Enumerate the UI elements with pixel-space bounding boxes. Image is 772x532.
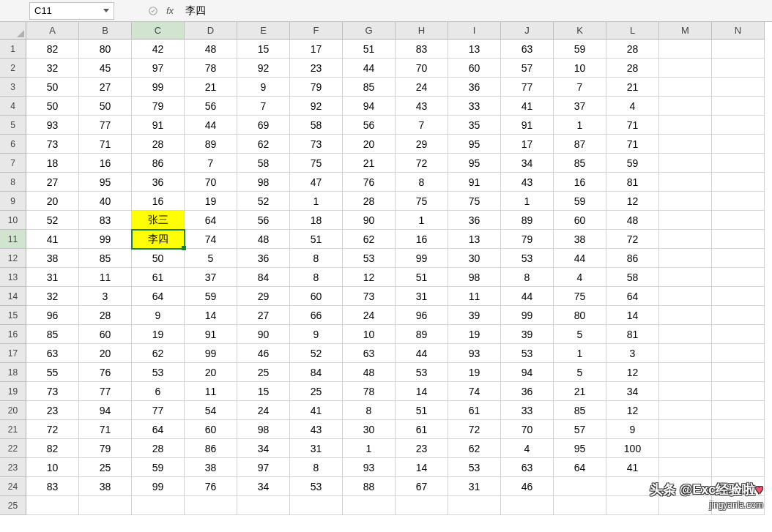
cell-K13[interactable]: 4 <box>554 268 606 287</box>
cell-N10[interactable] <box>712 211 765 230</box>
row-header-9[interactable]: 9 <box>0 192 26 211</box>
cell-G15[interactable]: 24 <box>343 306 396 325</box>
column-header-A[interactable]: A <box>26 22 79 40</box>
cell-N18[interactable] <box>712 363 765 382</box>
cell-N14[interactable] <box>712 287 765 306</box>
cell-C1[interactable]: 42 <box>132 40 185 59</box>
cell-D4[interactable]: 56 <box>185 97 237 116</box>
cell-F21[interactable]: 43 <box>290 420 343 439</box>
cell-N2[interactable] <box>712 59 765 78</box>
cell-M19[interactable] <box>659 382 712 401</box>
cell-G25[interactable] <box>343 496 396 515</box>
cell-J8[interactable]: 43 <box>501 173 554 192</box>
cell-E20[interactable]: 24 <box>237 401 290 420</box>
cell-B12[interactable]: 85 <box>79 249 132 268</box>
cell-H21[interactable]: 61 <box>396 420 448 439</box>
cell-I13[interactable]: 98 <box>448 268 501 287</box>
cell-A21[interactable]: 72 <box>26 420 79 439</box>
cell-J13[interactable]: 8 <box>501 268 554 287</box>
row-header-18[interactable]: 18 <box>0 363 26 382</box>
cell-L6[interactable]: 71 <box>606 135 659 154</box>
cell-I14[interactable]: 11 <box>448 287 501 306</box>
cell-G21[interactable]: 30 <box>343 420 396 439</box>
cell-L14[interactable]: 64 <box>606 287 659 306</box>
cell-F5[interactable]: 58 <box>290 116 343 135</box>
cell-G17[interactable]: 63 <box>343 344 396 363</box>
cell-D8[interactable]: 70 <box>185 173 237 192</box>
cell-N21[interactable] <box>712 420 765 439</box>
row-header-8[interactable]: 8 <box>0 173 26 192</box>
cell-H10[interactable]: 1 <box>396 211 448 230</box>
row-header-24[interactable]: 24 <box>0 477 26 496</box>
cell-C8[interactable]: 36 <box>132 173 185 192</box>
cell-A8[interactable]: 27 <box>26 173 79 192</box>
cell-F16[interactable]: 9 <box>290 325 343 344</box>
cell-C23[interactable]: 59 <box>132 458 185 477</box>
cell-K5[interactable]: 1 <box>554 116 606 135</box>
cell-E11[interactable]: 48 <box>237 230 290 249</box>
cell-H25[interactable] <box>396 496 448 515</box>
cell-G9[interactable]: 28 <box>343 192 396 211</box>
cell-H5[interactable]: 7 <box>396 116 448 135</box>
cell-D12[interactable]: 5 <box>185 249 237 268</box>
cell-K25[interactable] <box>554 496 606 515</box>
cell-A7[interactable]: 18 <box>26 154 79 173</box>
formula-input[interactable]: 李四 <box>179 4 772 18</box>
cell-F24[interactable]: 53 <box>290 477 343 496</box>
cell-L11[interactable]: 72 <box>606 230 659 249</box>
cell-E14[interactable]: 29 <box>237 287 290 306</box>
cell-E24[interactable]: 34 <box>237 477 290 496</box>
column-header-B[interactable]: B <box>79 22 132 40</box>
cell-A20[interactable]: 23 <box>26 401 79 420</box>
cell-A16[interactable]: 85 <box>26 325 79 344</box>
cell-J25[interactable] <box>501 496 554 515</box>
cell-H6[interactable]: 29 <box>396 135 448 154</box>
cell-D25[interactable] <box>185 496 237 515</box>
cell-F11[interactable]: 51 <box>290 230 343 249</box>
cell-B5[interactable]: 77 <box>79 116 132 135</box>
cell-C4[interactable]: 79 <box>132 97 185 116</box>
cell-H16[interactable]: 89 <box>396 325 448 344</box>
cell-C22[interactable]: 28 <box>132 439 185 458</box>
cell-N22[interactable] <box>712 439 765 458</box>
cell-E6[interactable]: 62 <box>237 135 290 154</box>
column-header-E[interactable]: E <box>237 22 290 40</box>
cell-K21[interactable]: 57 <box>554 420 606 439</box>
cell-N5[interactable] <box>712 116 765 135</box>
row-header-17[interactable]: 17 <box>0 344 26 363</box>
cell-F23[interactable]: 8 <box>290 458 343 477</box>
cell-N15[interactable] <box>712 306 765 325</box>
cell-B1[interactable]: 80 <box>79 40 132 59</box>
column-header-C[interactable]: C <box>132 22 185 40</box>
cell-D15[interactable]: 14 <box>185 306 237 325</box>
cell-J17[interactable]: 53 <box>501 344 554 363</box>
cell-H15[interactable]: 96 <box>396 306 448 325</box>
cell-E4[interactable]: 7 <box>237 97 290 116</box>
cell-K15[interactable]: 80 <box>554 306 606 325</box>
cell-J2[interactable]: 57 <box>501 59 554 78</box>
column-header-G[interactable]: G <box>343 22 396 40</box>
cell-N4[interactable] <box>712 97 765 116</box>
cell-B15[interactable]: 28 <box>79 306 132 325</box>
cell-D17[interactable]: 99 <box>185 344 237 363</box>
row-header-6[interactable]: 6 <box>0 135 26 154</box>
cell-H18[interactable]: 53 <box>396 363 448 382</box>
cell-H13[interactable]: 51 <box>396 268 448 287</box>
cell-C9[interactable]: 16 <box>132 192 185 211</box>
cell-C21[interactable]: 64 <box>132 420 185 439</box>
cell-M4[interactable] <box>659 97 712 116</box>
cell-C25[interactable] <box>132 496 185 515</box>
cell-M22[interactable] <box>659 439 712 458</box>
cell-I18[interactable]: 19 <box>448 363 501 382</box>
cell-N8[interactable] <box>712 173 765 192</box>
cell-E17[interactable]: 46 <box>237 344 290 363</box>
row-header-23[interactable]: 23 <box>0 458 26 477</box>
cell-F9[interactable]: 1 <box>290 192 343 211</box>
cell-I15[interactable]: 39 <box>448 306 501 325</box>
cell-C13[interactable]: 61 <box>132 268 185 287</box>
cell-M6[interactable] <box>659 135 712 154</box>
row-header-5[interactable]: 5 <box>0 116 26 135</box>
cell-B22[interactable]: 79 <box>79 439 132 458</box>
cell-F1[interactable]: 17 <box>290 40 343 59</box>
cell-H22[interactable]: 23 <box>396 439 448 458</box>
